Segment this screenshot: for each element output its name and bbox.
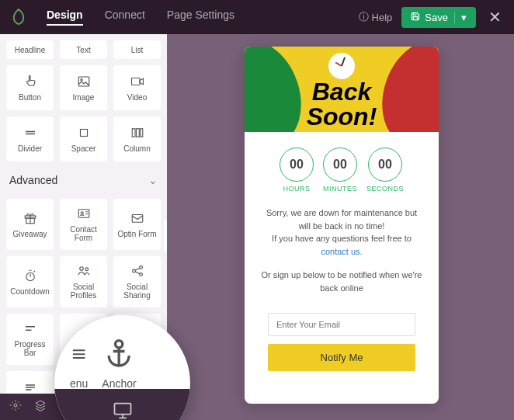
svg-rect-0 [78,77,89,86]
clock-icon [328,53,355,79]
block-spacer[interactable]: Spacer [60,116,107,161]
nav-page-settings[interactable]: Page Settings [167,9,234,26]
notify-button[interactable]: Notify Me [268,344,415,371]
signup-text: Or sign up below to be notified when we'… [245,269,439,294]
block-video[interactable]: Video [113,65,161,110]
close-button[interactable]: ✕ [485,8,505,26]
block-button[interactable]: Button [6,65,54,110]
block-countdown[interactable]: Countdown [6,256,54,307]
block-progress-bar[interactable]: Progress Bar [6,314,54,365]
countdown-hours-label: HOURS [283,185,310,193]
block-divider[interactable]: Divider [6,116,54,161]
layers-icon[interactable] [34,399,47,415]
block-nav-menu[interactable]: enu [70,337,88,390]
stopwatch-icon [23,269,37,283]
top-bar: Design Connect Page Settings ⓘ Help Save… [0,0,514,34]
help-icon: ⓘ [359,10,369,24]
save-icon [411,12,420,23]
advanced-section-header[interactable]: Advanced ⌄ [0,168,167,193]
countdown-hours-value: 00 [280,148,314,182]
spacer-icon [77,126,91,140]
progress-icon [23,321,37,335]
gift-icon [23,211,37,225]
svg-point-16 [79,267,83,271]
block-anchor[interactable]: Anchor [102,337,136,390]
app-logo-icon [9,8,28,26]
svg-rect-6 [132,128,135,137]
nav-design[interactable]: Design [47,9,83,26]
countdown-widget: 00HOURS 00MINUTES 00SECONDS [245,148,439,193]
block-headline[interactable]: Headline [6,40,54,59]
svg-point-17 [85,268,88,271]
page-preview: Back Soon! 00HOURS 00MINUTES 00SECONDS S… [245,47,439,404]
svg-point-18 [132,269,135,272]
save-dropdown-caret[interactable]: ▾ [454,12,467,23]
svg-rect-12 [78,210,89,218]
countdown-minutes-value: 00 [323,148,357,182]
id-card-icon [77,207,91,220]
block-list[interactable]: List [113,40,161,59]
chevron-down-icon: ⌄ [148,174,158,186]
email-input[interactable] [268,313,415,336]
svg-point-1 [80,78,82,80]
svg-rect-7 [136,128,139,137]
desktop-preview-icon[interactable] [112,400,134,420]
block-social-sharing[interactable]: Social Sharing [113,256,161,307]
svg-rect-5 [80,129,87,136]
nav-connect[interactable]: Connect [105,9,145,26]
share-icon [130,264,144,278]
countdown-minutes-label: MINUTES [323,185,357,193]
block-column[interactable]: Column [113,116,161,161]
svg-point-28 [14,404,17,407]
svg-rect-2 [131,78,140,85]
block-giveaway[interactable]: Giveaway [6,199,54,250]
iconbox-icon [23,380,37,394]
block-text[interactable]: Text [60,40,107,59]
countdown-seconds-label: SECONDS [366,185,404,193]
countdown-seconds-value: 00 [368,148,402,182]
users-icon [77,264,91,278]
sidebar-collapse-handle[interactable]: ‹ [164,220,167,252]
finger-icon [23,75,37,89]
svg-rect-14 [132,214,143,222]
svg-point-32 [116,341,123,348]
main-nav: Design Connect Page Settings [47,9,234,26]
image-icon [77,75,91,89]
contact-link[interactable]: contact us. [321,247,362,256]
block-social-profiles[interactable]: Social Profiles [60,256,107,307]
help-link[interactable]: ⓘ Help [359,10,393,24]
hero-title: Back Soon! [245,79,439,129]
block-contact-form[interactable]: Contact Form [60,199,107,250]
svg-rect-34 [114,404,130,415]
svg-point-19 [139,266,142,269]
block-optin-form[interactable]: Optin Form [113,199,161,250]
settings-gear-icon[interactable] [9,399,22,415]
svg-rect-8 [140,128,142,137]
divider-icon [23,126,37,140]
maintenance-text: Sorry, we are down for maintenance but w… [245,207,439,258]
column-icon [130,126,144,140]
hero-section: Back Soon! [245,47,439,132]
svg-point-13 [81,212,83,214]
save-button[interactable]: Save ▾ [401,7,476,28]
svg-point-20 [139,273,142,276]
magnified-bottom-bar [54,389,190,420]
block-image[interactable]: Image [60,65,107,110]
video-icon [130,75,144,89]
envelope-icon [130,211,144,225]
